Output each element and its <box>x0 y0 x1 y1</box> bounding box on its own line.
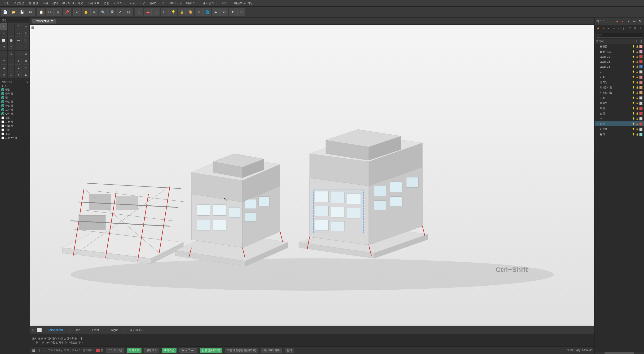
tool-select-arrow[interactable]: ↖ <box>0 23 7 30</box>
tool-circle[interactable]: ○ <box>0 30 7 37</box>
layer-bulb-icon[interactable]: 💡 <box>632 45 635 48</box>
layer-bulb-icon[interactable]: 💡 <box>632 112 635 115</box>
osnap-filter[interactable]: ▼ ⊕ <box>0 84 30 88</box>
osnap-intersection[interactable]: 교차점 <box>0 108 30 112</box>
toolbar-undo[interactable]: ↩ <box>73 8 82 16</box>
tab-top[interactable]: Top <box>72 328 84 333</box>
layer-item[interactable]: 벽💡🔓 <box>594 116 644 122</box>
layer-lock-icon[interactable]: 🔓 <box>636 122 639 126</box>
layer-color-swatch[interactable] <box>639 102 642 105</box>
automate-btn[interactable]: 자동 구성평면 (절대좌표) <box>225 348 258 353</box>
layer-bulb-icon[interactable]: 💡 <box>632 107 635 110</box>
menu-settings[interactable]: 분 설정 <box>27 1 40 6</box>
layer-lock-icon[interactable]: 🔓 <box>636 96 639 100</box>
toolbar-help[interactable]: ? <box>237 8 245 16</box>
layer-bulb-icon[interactable]: 💡 <box>632 76 635 79</box>
layer-item[interactable]: 기둥💡🔓 <box>594 74 644 80</box>
tool-join[interactable]: ⊕ <box>15 58 22 64</box>
tool-cage[interactable]: ⬡ <box>8 71 14 78</box>
layer-search-input[interactable] <box>596 33 643 38</box>
layer-color-swatch[interactable] <box>639 133 642 136</box>
viewport-grid-icon[interactable]: ⊞ <box>31 26 36 30</box>
tool-group[interactable]: ▦ <box>22 58 29 64</box>
dots-icon[interactable]: ⋮ <box>38 348 42 352</box>
planar-btn[interactable]: 평면모드 <box>144 348 159 353</box>
toolbar-zoom-in[interactable]: 🔍 <box>99 8 107 16</box>
layer-color-swatch[interactable] <box>639 81 642 84</box>
tool-mesh[interactable]: ⬚ <box>8 44 14 50</box>
layer-item[interactable]: 작은보(빔)💡🔓 <box>594 90 644 95</box>
layer-lock-icon[interactable]: 🔓 <box>636 50 639 54</box>
layer-item[interactable]: Layer 01💡🔓 <box>594 54 644 60</box>
layer-item[interactable]: Layer 02💡🔓 <box>594 60 644 64</box>
layer-color-swatch[interactable] <box>639 60 642 64</box>
rp-icon-add-orange[interactable]: ⊕ <box>596 26 600 31</box>
osnap-btn[interactable]: 개체스냅 <box>162 348 176 353</box>
layer-lock-icon[interactable]: 🔓 <box>636 65 639 68</box>
menu-subd-tools[interactable]: SubD 도구 <box>166 1 184 6</box>
layer-color-swatch[interactable] <box>639 55 642 58</box>
osnap-project[interactable]: 투영 <box>0 132 30 136</box>
osnap-endpoint[interactable]: 끝점 <box>0 88 30 92</box>
tool-blend[interactable]: ∿ <box>22 64 29 71</box>
ortho-btn[interactable]: 직교모드 <box>127 348 142 353</box>
layer-item[interactable]: 르보(거더)💡🔓 <box>594 85 644 90</box>
toolbar-cut[interactable]: ✂ <box>46 8 54 16</box>
layer-lock-icon[interactable]: 🔓 <box>636 102 639 105</box>
rp-icon-arrow-r[interactable]: ▷ <box>622 26 627 31</box>
tab-front[interactable]: Front <box>88 328 103 333</box>
tool-rotate[interactable]: ↻ <box>8 51 14 57</box>
rp-icon-flag[interactable]: ⚑ <box>638 19 642 24</box>
right-panel-scrollbar[interactable] <box>594 352 644 354</box>
rp-icon-filter[interactable]: ▽ <box>628 26 632 31</box>
rp-icon-x-red[interactable]: ✕ <box>601 26 606 31</box>
toolbar-properties[interactable]: 📋 <box>37 8 45 16</box>
layer-bulb-icon[interactable]: 💡 <box>632 86 635 89</box>
layer-lock-icon[interactable]: 🔓 <box>636 133 639 136</box>
layer-bulb-icon[interactable]: 💡 <box>632 55 635 58</box>
rp-icon-question[interactable]: ? <box>638 26 642 31</box>
layer-item[interactable]: 난간💡🔓 <box>594 111 644 116</box>
tool-fillet[interactable]: ⌐ <box>8 64 14 71</box>
layer-item[interactable]: 계단💡🔓 <box>594 106 644 111</box>
tool-surface[interactable]: ◻ <box>0 44 7 50</box>
viewport-canvas[interactable]: ↖ Ctrl+Shift ⊞ <box>30 24 594 326</box>
toolbar-render-mode[interactable]: 🚗 <box>144 8 152 16</box>
tool-scale[interactable]: ⤡ <box>15 51 22 57</box>
tool-cylinder[interactable]: ▬ <box>15 37 22 44</box>
rp-icon-grid2[interactable]: ⊞ <box>633 26 638 31</box>
menu-visibility[interactable]: 표시 여부 <box>86 1 101 6</box>
tool-arc[interactable]: ◠ <box>8 30 14 37</box>
layer-lock-icon[interactable]: 🔓 <box>636 86 639 89</box>
layer-bulb-icon[interactable]: 💡 <box>632 81 635 84</box>
history-btn[interactable]: 히스토리 기록 <box>261 348 282 353</box>
grid-snap-btn[interactable]: 그리드 스냅 <box>106 348 124 353</box>
layer-item[interactable]: 기초💡🔓 <box>594 95 644 100</box>
osnap-center[interactable]: 중심점 <box>0 104 30 108</box>
viewport-label[interactable]: Perspective ▼ <box>32 19 56 24</box>
tool-analyse[interactable]: ⊗ <box>15 71 22 78</box>
tool-rect[interactable]: ▭ <box>22 23 29 30</box>
layer-lock-icon[interactable]: 🔓 <box>636 117 639 120</box>
layer-color-swatch[interactable] <box>639 45 642 48</box>
toolbar-save[interactable]: 💾 <box>18 8 26 16</box>
layer-item[interactable]: ✓창문💡🔓 <box>594 122 644 126</box>
osnap-point[interactable]: 점 <box>0 96 30 100</box>
tool-point[interactable]: · <box>8 23 14 30</box>
smarttrack-btn[interactable]: SmartTrack <box>179 348 197 352</box>
tool-polygon[interactable]: ⬡ <box>22 30 29 37</box>
menu-curve-tools[interactable]: 커브 도구 <box>112 1 128 6</box>
layer-color-swatch[interactable] <box>639 112 642 115</box>
menu-render-tools[interactable]: 렌더링 도구 <box>201 1 220 6</box>
layer-lock-icon[interactable]: 🔓 <box>636 55 639 58</box>
tool-array[interactable]: ⊞ <box>0 64 7 71</box>
layer-color-swatch[interactable] <box>639 76 642 79</box>
toolbar-new[interactable]: 📄 <box>1 8 9 16</box>
layer-color-swatch[interactable] <box>639 50 642 54</box>
menu-construction-plane[interactable]: 구성평면 <box>11 1 26 6</box>
toolbar-shaded[interactable]: ⬡ <box>152 8 160 16</box>
rp-icon-circle-orange[interactable]: ● <box>615 19 620 24</box>
rp-icon-circle-red[interactable]: ● <box>620 19 625 24</box>
layer-bulb-icon[interactable]: 💡 <box>632 60 635 64</box>
toolbar-curve[interactable]: ⟳ <box>161 8 169 16</box>
